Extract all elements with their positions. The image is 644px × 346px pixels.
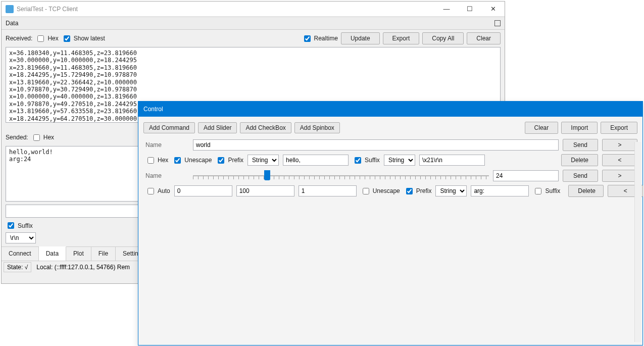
maximize-button[interactable]: ☐: [458, 2, 481, 16]
control-titlebar[interactable]: Control: [138, 102, 642, 117]
control-clear-button[interactable]: Clear: [525, 122, 559, 134]
received-label: Received:: [6, 35, 32, 42]
realtime-checkbox[interactable]: Realtime: [302, 34, 338, 43]
cmd-name-label: Name: [143, 141, 189, 149]
main-titlebar: SerialTest - TCP Client — ☐ ✕: [2, 2, 505, 17]
data-panel-header: Data: [2, 17, 505, 30]
window-title: SerialTest - TCP Client: [17, 6, 435, 13]
received-hex-checkbox[interactable]: Hex: [35, 34, 58, 43]
slider-min-input[interactable]: [174, 185, 232, 196]
close-button[interactable]: ✕: [481, 2, 505, 16]
slider-suffix-checkbox[interactable]: Suffix: [533, 186, 560, 196]
add-command-button[interactable]: Add Command: [143, 122, 195, 133]
minimize-button[interactable]: —: [435, 2, 458, 16]
slider-max-input[interactable]: [236, 185, 294, 196]
clear-button[interactable]: Clear: [467, 32, 501, 44]
slider-auto-checkbox[interactable]: Auto: [143, 186, 170, 196]
cmd-unescape-checkbox[interactable]: Unescape: [172, 156, 212, 165]
command-control: Name Send > Hex Unescape Prefix String S…: [143, 139, 637, 170]
tab-file[interactable]: File: [91, 247, 116, 261]
add-slider-button[interactable]: Add Slider: [198, 122, 237, 133]
control-toolbar: Add Command Add Slider Add CheckBox Add …: [143, 122, 637, 134]
slider-delete-button[interactable]: Delete: [568, 185, 604, 197]
control-body: Add Command Add Slider Add CheckBox Add …: [138, 117, 642, 345]
slider-prefix-type[interactable]: String: [435, 185, 467, 196]
window-controls: — ☐ ✕: [435, 2, 505, 16]
cmd-collapse-button[interactable]: <: [602, 154, 637, 166]
export-button[interactable]: Export: [383, 32, 420, 44]
slider-step-input[interactable]: [299, 185, 357, 196]
control-window: Control Add Command Add Slider Add Check…: [138, 101, 643, 345]
cmd-send-button[interactable]: Send: [563, 139, 598, 151]
sended-hex-checkbox[interactable]: Hex: [31, 133, 54, 142]
slider[interactable]: [193, 171, 489, 180]
show-latest-checkbox[interactable]: Show latest: [62, 34, 105, 43]
app-icon: [6, 5, 14, 13]
status-state: State: √: [4, 262, 31, 272]
add-spinbox-button[interactable]: Add Spinbox: [294, 122, 340, 133]
slider-unescape-checkbox[interactable]: Unescape: [361, 186, 400, 196]
control-title: Control: [143, 106, 163, 113]
slider-prefix-checkbox[interactable]: Prefix: [404, 186, 432, 196]
cmd-name-input[interactable]: [193, 139, 559, 151]
slider-send-button[interactable]: Send: [563, 170, 598, 182]
suffix-select[interactable]: \r\n: [6, 232, 36, 243]
data-panel-title: Data: [6, 20, 18, 27]
slider-expand-button[interactable]: >: [602, 170, 637, 182]
control-import-button[interactable]: Import: [561, 122, 598, 134]
cmd-delete-button[interactable]: Delete: [561, 154, 598, 166]
slider-value-input[interactable]: [493, 170, 559, 181]
add-checkbox-button[interactable]: Add CheckBox: [240, 122, 291, 133]
cmd-expand-button[interactable]: >: [602, 139, 637, 151]
status-local: Local: (::ffff:127.0.0.1, 54766) Rem: [33, 263, 133, 272]
update-button[interactable]: Update: [341, 32, 380, 44]
slider-prefix-input[interactable]: [471, 185, 529, 196]
cmd-suffix-checkbox[interactable]: Suffix: [353, 156, 380, 165]
copy-all-button[interactable]: Copy All: [422, 32, 464, 44]
slider-track-wrap: [193, 170, 489, 181]
control-export-button[interactable]: Export: [601, 122, 637, 134]
cmd-prefix-input[interactable]: [283, 155, 349, 166]
cmd-suffix-input[interactable]: [419, 155, 485, 166]
sended-label: Sended:: [6, 134, 28, 141]
cmd-suffix-type[interactable]: String: [384, 155, 415, 166]
cmd-prefix-type[interactable]: String: [247, 155, 279, 166]
received-toolbar: Received: Hex Show latest Realtime Updat…: [2, 30, 505, 47]
slider-control: Name Send > Auto Unescape Pr: [143, 170, 637, 201]
control-scrollbar[interactable]: [634, 142, 641, 342]
tab-plot[interactable]: Plot: [66, 247, 91, 261]
slider-name-label: Name: [143, 172, 189, 179]
suffix-checkbox[interactable]: Suffix: [6, 221, 33, 230]
cmd-hex-checkbox[interactable]: Hex: [143, 156, 168, 165]
cmd-prefix-checkbox[interactable]: Prefix: [216, 156, 243, 165]
slider-thumb[interactable]: [264, 170, 270, 180]
dock-icon[interactable]: [494, 20, 501, 26]
tab-data[interactable]: Data: [39, 246, 66, 261]
tab-connect[interactable]: Connect: [2, 247, 39, 261]
